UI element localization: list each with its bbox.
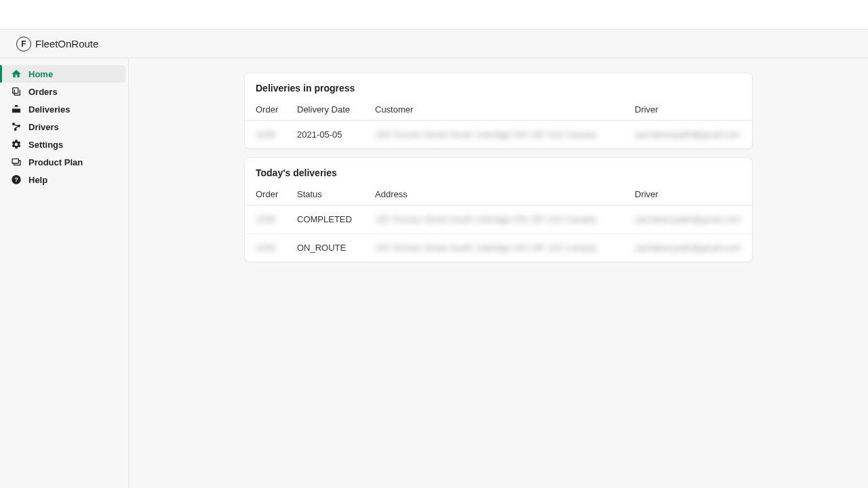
sidebar-item-label: Settings	[28, 140, 63, 150]
sidebar-nav: HomeOrdersDeliveriesDriversSettingsProdu…	[0, 58, 129, 488]
cell-address: 100 Toronto Street South Uxbridge ON L9P…	[375, 214, 596, 224]
main-content: Deliveries in progress Order Delivery Da…	[129, 58, 868, 488]
settings-icon	[11, 139, 22, 150]
svg-rect-0	[13, 88, 18, 94]
card-title: Deliveries in progress	[245, 73, 752, 99]
column-header-date: Delivery Date	[289, 99, 367, 121]
sidebar-item-drivers[interactable]: Drivers	[0, 118, 125, 136]
svg-text:?: ?	[14, 176, 18, 183]
sidebar-item-label: Orders	[28, 87, 58, 97]
column-header-driver: Driver	[627, 99, 752, 121]
drivers-icon	[11, 121, 22, 132]
cell-driver: sachakenyadh@gmail.com	[635, 214, 741, 224]
orders-icon	[11, 86, 22, 97]
deliveries-in-progress-table: Order Delivery Date Customer Driver 1038…	[245, 99, 752, 148]
card-title: Today's deliveries	[245, 158, 752, 184]
cell-order: 1039	[256, 243, 275, 253]
sidebar-item-settings[interactable]: Settings	[0, 136, 125, 153]
sidebar-item-label: Deliveries	[28, 104, 70, 115]
deliveries-in-progress-card: Deliveries in progress Order Delivery Da…	[245, 73, 752, 148]
cell-driver: sachakenyadh@gmail.com	[635, 243, 741, 253]
app-header: F FleetOnRoute	[0, 30, 868, 58]
column-header-driver: Driver	[627, 184, 752, 205]
todays-deliveries-table: Order Status Address Driver 1038 COMPLET…	[245, 184, 752, 262]
sidebar-item-help[interactable]: ?Help	[0, 171, 125, 188]
svg-rect-6	[12, 159, 18, 163]
cell-address: 100 Toronto Street South Uxbridge ON L9P…	[375, 243, 596, 253]
column-header-customer: Customer	[367, 99, 627, 121]
column-header-order: Order	[245, 99, 289, 121]
cell-order: 1038	[256, 214, 275, 224]
sidebar-item-label: Home	[28, 69, 53, 79]
column-header-status: Status	[289, 184, 367, 205]
cell-order: 1038	[256, 129, 275, 140]
column-header-order: Order	[245, 184, 289, 205]
brand-logo-icon: F	[16, 37, 31, 52]
help-icon: ?	[11, 174, 22, 185]
svg-rect-2	[12, 107, 20, 109]
sidebar-item-productplan[interactable]: Product Plan	[0, 153, 125, 171]
sidebar-item-label: Help	[28, 175, 47, 185]
sidebar-item-orders[interactable]: Orders	[0, 83, 125, 100]
sidebar-item-label: Product Plan	[28, 157, 83, 167]
sidebar-item-label: Drivers	[28, 122, 59, 132]
table-row[interactable]: 1038 2021-05-05 100 Toronto Street South…	[245, 121, 752, 149]
column-header-address: Address	[367, 184, 627, 205]
cell-customer: 100 Toronto Street South Uxbridge ON L9P…	[375, 129, 596, 140]
todays-deliveries-card: Today's deliveries Order Status Address …	[245, 158, 752, 262]
table-row[interactable]: 1039 ON_ROUTE 100 Toronto Street South U…	[245, 234, 752, 262]
brand-name: FleetOnRoute	[35, 38, 98, 49]
cell-status: ON_ROUTE	[297, 243, 346, 253]
product-plan-icon	[11, 157, 22, 167]
table-row[interactable]: 1038 COMPLETED 100 Toronto Street South …	[245, 205, 752, 234]
sidebar-item-deliveries[interactable]: Deliveries	[0, 100, 125, 118]
cell-status: COMPLETED	[297, 214, 352, 224]
home-icon	[11, 68, 22, 79]
cell-date: 2021-05-05	[297, 129, 342, 140]
deliveries-icon	[11, 104, 22, 115]
sidebar-item-home[interactable]: Home	[0, 65, 125, 83]
browser-chrome-spacer	[0, 0, 868, 30]
cell-driver: sachakenyadh@gmail.com	[635, 129, 741, 140]
